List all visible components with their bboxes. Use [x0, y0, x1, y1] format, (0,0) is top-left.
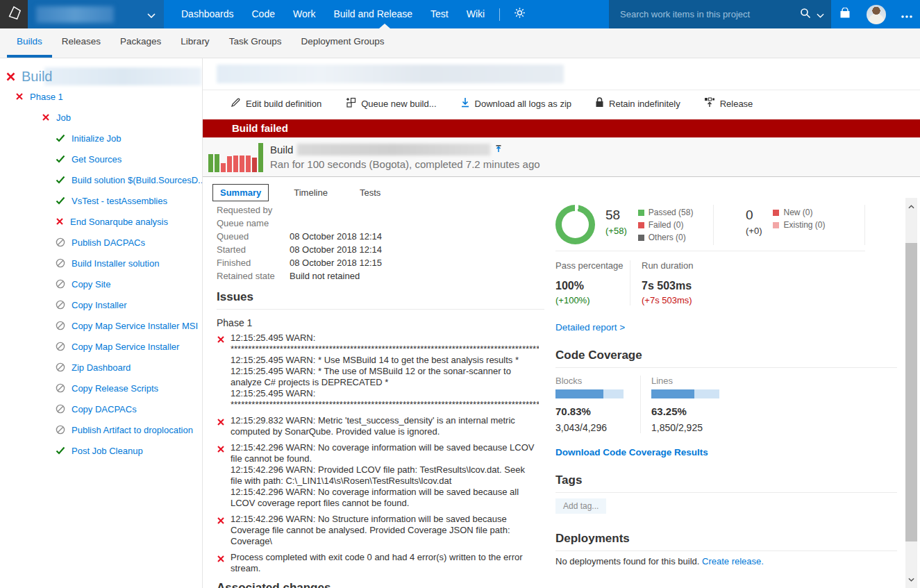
issue-text: 12:15:42.296 WARN: No coverage informati…	[231, 442, 539, 509]
issue-item: 12:15:29.832 WARN: Metric 'test_success_…	[217, 415, 544, 437]
tree-item-publish-dacpacs[interactable]: Publish DACPACs	[0, 232, 202, 253]
build-details: Requested by Queue name Queued 08 Octobe…	[217, 205, 544, 282]
failed-tests-group: 0 (+0) New (0) Existing (0)	[714, 205, 865, 245]
coverage-bar-fill	[555, 389, 603, 398]
search-box	[609, 0, 831, 28]
tab-releases[interactable]: Releases	[52, 28, 110, 58]
history-bar[interactable]	[246, 156, 251, 172]
create-release-link[interactable]: Create release.	[702, 556, 764, 566]
tree-item-copy-map-service-installer-msi[interactable]: Copy Map Service Installer MSI	[0, 315, 202, 336]
coverage-ratio: 3,043/4,296	[555, 422, 640, 433]
scroll-down-arrow[interactable]	[905, 573, 917, 585]
run-duration-delta: (+7s 503ms)	[642, 295, 693, 305]
nav-item-test[interactable]: Test	[421, 0, 458, 28]
tree-item-copy-dacpacs[interactable]: Copy DACPACs	[0, 398, 202, 419]
history-bar[interactable]	[208, 154, 213, 172]
user-avatar-button[interactable]	[859, 0, 894, 28]
queue-new-build-button[interactable]: Queue new build...	[345, 97, 436, 110]
add-tag-input[interactable]: Add tag...	[555, 498, 606, 514]
nav-item-build-and-release[interactable]: Build and Release	[324, 0, 421, 28]
upload-icon[interactable]	[494, 144, 503, 156]
tree-item-initialize-job[interactable]: Initialize Job	[0, 128, 202, 149]
tests-total-delta: (+58)	[605, 226, 627, 236]
release-button[interactable]: Release	[704, 97, 753, 110]
coverage-bar	[555, 389, 624, 398]
error-x-icon	[217, 334, 225, 410]
issue-text: 12:15:29.832 WARN: Metric 'test_success_…	[231, 415, 539, 437]
legend-label: Passed (58)	[649, 208, 694, 217]
project-selector[interactable]	[28, 0, 164, 28]
tree-item-vstest[interactable]: VsTest - testAssemblies	[0, 190, 202, 211]
edit-build-definition-button[interactable]: Edit build definition	[231, 97, 321, 110]
tab-deployment-groups[interactable]: Deployment Groups	[291, 28, 394, 58]
associated-changes-heading: Associated changes	[217, 581, 544, 588]
coverage-columns: Blocks 70.83% 3,043/4,296 Lines 63.25% 1…	[555, 376, 897, 433]
settings-gear-button[interactable]	[505, 7, 534, 22]
detailed-report-link[interactable]: Detailed report >	[555, 322, 625, 333]
chevron-down-icon	[147, 8, 156, 21]
more-actions-button[interactable]	[894, 0, 920, 28]
issue-item: 12:15:42.296 WARN: No coverage informati…	[217, 442, 544, 509]
nav-item-work[interactable]: Work	[284, 0, 324, 28]
tree-item-get-sources[interactable]: Get Sources	[0, 149, 202, 169]
tree-root-build[interactable]: Build	[0, 67, 202, 86]
history-bar[interactable]	[215, 154, 219, 172]
history-bar[interactable]	[258, 143, 263, 172]
tree-item-build-installer-solution[interactable]: Build Installer solution	[0, 253, 202, 274]
history-bar[interactable]	[221, 163, 226, 172]
build-name-redacted	[297, 144, 490, 156]
test-totals-group: 58 (+58) Passed (58) Failed (0) Others (…	[555, 205, 714, 245]
search-scope-chevron-icon[interactable]	[817, 8, 824, 21]
tab-timeline[interactable]: Timeline	[287, 185, 335, 201]
tab-packages[interactable]: Packages	[110, 28, 171, 58]
tab-tests[interactable]: Tests	[353, 185, 387, 201]
tree-item-label: Publish Artifact to droplocation	[72, 425, 193, 435]
retain-indefinitely-button[interactable]: Retain indefinitely	[595, 97, 680, 110]
tab-task-groups[interactable]: Task Groups	[219, 28, 292, 58]
check-icon	[56, 196, 65, 205]
history-bar[interactable]	[227, 156, 232, 172]
tree-item-label: Build solution $(Build.SourcesD...	[72, 175, 202, 185]
tree-item-label: Build Installer solution	[72, 258, 159, 269]
tab-summary[interactable]: Summary	[212, 184, 269, 201]
build-status-text: Build failed	[232, 122, 288, 134]
tree-item-job[interactable]: Job	[0, 107, 202, 128]
nav-item-code[interactable]: Code	[243, 0, 284, 28]
tab-builds[interactable]: Builds	[7, 28, 52, 58]
history-bar[interactable]	[240, 156, 244, 172]
toolbar-label: Retain indefinitely	[609, 99, 680, 109]
download-coverage-link[interactable]: Download Code Coverage Results	[555, 447, 708, 457]
legend-label: Failed (0)	[649, 220, 684, 230]
scroll-up-arrow[interactable]	[905, 201, 917, 212]
tree-item-build-solution[interactable]: Build solution $(Build.SourcesD...	[0, 169, 202, 190]
tests-legend: Passed (58) Failed (0) Others (0)	[638, 205, 694, 245]
nav-item-dashboards[interactable]: Dashboards	[172, 0, 243, 28]
tree-item-copy-map-service-installer[interactable]: Copy Map Service Installer	[0, 336, 202, 357]
issue-text: 12:15:25.495 WARN: *********************…	[231, 333, 539, 410]
history-bar[interactable]	[233, 156, 238, 172]
tree-item-publish-artifact[interactable]: Publish Artifact to droplocation	[0, 419, 202, 440]
tree-item-copy-release-scripts[interactable]: Copy Release Scripts	[0, 378, 202, 398]
tree-item-post-job-cleanup[interactable]: Post Job Cleanup	[0, 440, 202, 461]
tree-item-phase-1[interactable]: Phase 1	[0, 86, 202, 107]
issues-heading: Issues	[217, 290, 544, 310]
skipped-icon	[56, 258, 65, 268]
tree-item-copy-site[interactable]: Copy Site	[0, 274, 202, 294]
nav-item-wiki[interactable]: Wiki	[458, 0, 494, 28]
tree-item-end-sonarqube[interactable]: End Sonarqube analysis	[0, 211, 202, 232]
skipped-icon	[56, 342, 65, 351]
tab-library[interactable]: Library	[171, 28, 219, 58]
tree-item-zip-dashboard[interactable]: Zip Dashboard	[0, 357, 202, 378]
deployments-heading: Deployments	[555, 532, 897, 551]
marketplace-bag-button[interactable]	[831, 0, 859, 28]
tree-item-copy-installer[interactable]: Copy Installer	[0, 294, 202, 315]
skipped-icon	[56, 362, 65, 372]
history-bar[interactable]	[252, 158, 257, 172]
search-input[interactable]	[620, 9, 794, 19]
scrollbar-thumb[interactable]	[905, 243, 917, 541]
vsts-logo[interactable]	[0, 0, 28, 28]
search-icon[interactable]	[800, 8, 811, 22]
detail-label: Queued	[217, 231, 290, 242]
vertical-scrollbar[interactable]	[905, 198, 917, 588]
download-logs-button[interactable]: Download all logs as zip	[460, 97, 571, 110]
